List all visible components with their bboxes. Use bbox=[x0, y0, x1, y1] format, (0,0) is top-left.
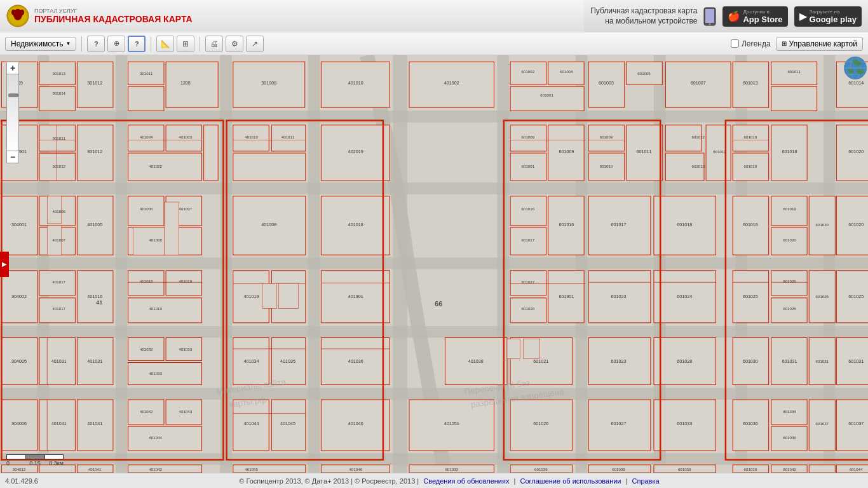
scale-bar: 0 0.15 0.3км bbox=[6, 454, 64, 466]
globe-icon bbox=[843, 55, 868, 81]
svg-text:601009: 601009 bbox=[600, 135, 613, 139]
svg-text:66: 66 bbox=[435, 300, 443, 308]
svg-text:601901: 601901 bbox=[559, 294, 574, 299]
separator-1: | bbox=[514, 477, 516, 485]
svg-text:401022: 401022 bbox=[149, 164, 162, 168]
svg-text:401033: 401033 bbox=[149, 371, 162, 376]
toolbar-separator-1 bbox=[81, 36, 82, 51]
svg-text:401035: 401035 bbox=[280, 359, 295, 364]
manage-map-button[interactable]: ⊞ Управление картой bbox=[776, 37, 863, 51]
zoom-slider-handle bbox=[8, 93, 18, 97]
appstore-button[interactable]: 🍎 Доступно в App Store bbox=[722, 6, 787, 27]
svg-text:401004: 401004 bbox=[140, 135, 153, 139]
sidebar-toggle-button[interactable]: ▶ bbox=[0, 252, 9, 277]
svg-rect-38 bbox=[510, 86, 584, 111]
svg-text:601011: 601011 bbox=[787, 69, 801, 74]
svg-point-8 bbox=[709, 23, 711, 25]
print-button[interactable]: 🖨 bbox=[205, 36, 223, 52]
svg-text:601004: 601004 bbox=[560, 69, 573, 74]
svg-text:304012: 304012 bbox=[13, 467, 26, 471]
svg-text:601003: 601003 bbox=[599, 81, 614, 86]
svg-text:401046: 401046 bbox=[348, 421, 363, 426]
measure-button[interactable]: 📐 bbox=[156, 36, 174, 52]
zoom-in-button[interactable]: + bbox=[6, 62, 19, 74]
svg-text:601024: 601024 bbox=[677, 294, 692, 299]
svg-text:601002: 601002 bbox=[522, 69, 535, 74]
svg-text:1208: 1208 bbox=[180, 81, 191, 86]
svg-text:601013: 601013 bbox=[743, 81, 758, 86]
zoom-slider[interactable] bbox=[6, 74, 19, 151]
svg-text:601020: 601020 bbox=[848, 149, 864, 154]
svg-rect-149 bbox=[233, 465, 306, 473]
zoom-out-button[interactable]: − bbox=[6, 151, 19, 163]
svg-text:601039: 601039 bbox=[678, 467, 691, 471]
svg-text:41: 41 bbox=[96, 299, 102, 306]
svg-text:401017: 401017 bbox=[52, 306, 65, 311]
svg-text:601039: 601039 bbox=[534, 467, 548, 471]
svg-text:401006: 401006 bbox=[52, 209, 65, 214]
svg-text:401042: 401042 bbox=[149, 467, 162, 471]
svg-text:401016: 401016 bbox=[87, 294, 102, 299]
svg-text:601009: 601009 bbox=[559, 149, 574, 154]
svg-text:301008: 301008 bbox=[261, 81, 276, 86]
share-button[interactable]: ↗ bbox=[246, 36, 264, 52]
svg-point-5 bbox=[16, 9, 20, 13]
svg-text:601018: 601018 bbox=[743, 222, 758, 227]
svg-text:601025: 601025 bbox=[848, 294, 864, 299]
svg-text:401051: 401051 bbox=[444, 421, 459, 426]
scale-segment-2 bbox=[25, 454, 44, 459]
svg-text:601019: 601019 bbox=[783, 207, 796, 211]
svg-text:601001: 601001 bbox=[540, 93, 553, 97]
zoom-controls: + − bbox=[6, 62, 19, 163]
updates-link[interactable]: Сведения об обновлениях bbox=[423, 477, 509, 485]
svg-text:601005: 601005 bbox=[637, 71, 651, 76]
portal-label: Портал услуг bbox=[34, 8, 193, 14]
googleplay-button[interactable]: ▶ Загрузите на Google play bbox=[794, 6, 862, 27]
svg-text:401006: 401006 bbox=[140, 207, 153, 211]
svg-text:401007: 401007 bbox=[179, 207, 193, 211]
svg-text:601034: 601034 bbox=[783, 409, 796, 414]
agreement-link[interactable]: Соглашение об использовании bbox=[520, 477, 621, 485]
svg-text:401019: 401019 bbox=[179, 279, 193, 283]
map-container[interactable]: 009 301013 301014 301012 301011 1208 301… bbox=[0, 55, 868, 473]
svg-text:601030: 601030 bbox=[743, 359, 758, 364]
svg-text:601025: 601025 bbox=[816, 294, 829, 299]
legend-checkbox[interactable] bbox=[731, 39, 739, 48]
toolbar: Недвижимость ▼ ? ⊕ ? 📐 ⊞ 🖨 ⚙ ↗ Легенда ⊞… bbox=[0, 32, 868, 55]
identify-button[interactable]: ⊕ bbox=[107, 36, 125, 52]
svg-text:601031: 601031 bbox=[782, 359, 797, 364]
svg-text:401043: 401043 bbox=[179, 409, 193, 414]
svg-text:401018: 401018 bbox=[348, 222, 363, 227]
table-button[interactable]: ⊞ bbox=[177, 36, 194, 52]
svg-rect-115 bbox=[128, 363, 202, 385]
scale-label-0: 0 bbox=[6, 460, 25, 466]
svg-text:401036: 401036 bbox=[348, 359, 363, 364]
mobile-icon bbox=[703, 7, 716, 26]
legend-checkbox-label[interactable]: Легенда bbox=[731, 39, 771, 48]
svg-text:401046: 401046 bbox=[349, 467, 363, 471]
svg-text:601039: 601039 bbox=[612, 467, 625, 471]
help-link[interactable]: Справка bbox=[632, 477, 659, 485]
svg-text:601036: 601036 bbox=[783, 435, 796, 440]
apple-icon: 🍎 bbox=[728, 10, 740, 22]
svg-text:401008: 401008 bbox=[149, 238, 162, 242]
svg-text:601023: 601023 bbox=[611, 294, 627, 299]
scale-label-1: 0.15 bbox=[25, 460, 44, 466]
settings-button[interactable]: ⚙ bbox=[226, 36, 243, 52]
help-button[interactable]: ? bbox=[87, 36, 105, 52]
svg-text:401031: 401031 bbox=[87, 359, 102, 364]
info-button[interactable]: ? bbox=[128, 36, 146, 52]
svg-text:601020: 601020 bbox=[816, 222, 829, 227]
scale-segment-3 bbox=[44, 454, 64, 459]
svg-text:401041: 401041 bbox=[88, 467, 102, 471]
svg-text:304005: 304005 bbox=[11, 359, 27, 364]
property-type-dropdown[interactable]: Недвижимость ▼ bbox=[5, 37, 76, 51]
svg-text:401032: 401032 bbox=[140, 347, 153, 351]
svg-text:601012: 601012 bbox=[692, 135, 705, 139]
layers-icon: ⊞ bbox=[782, 40, 787, 47]
statusbar: 4.01.429.6 © Госпицентр 2013, © Дата+ 20… bbox=[0, 473, 868, 488]
header-right: Публичная кадастровая карта на мобильном… bbox=[584, 0, 868, 32]
svg-text:401007: 401007 bbox=[52, 238, 65, 242]
corner-globe bbox=[843, 55, 868, 81]
svg-text:401011: 401011 bbox=[281, 135, 295, 139]
